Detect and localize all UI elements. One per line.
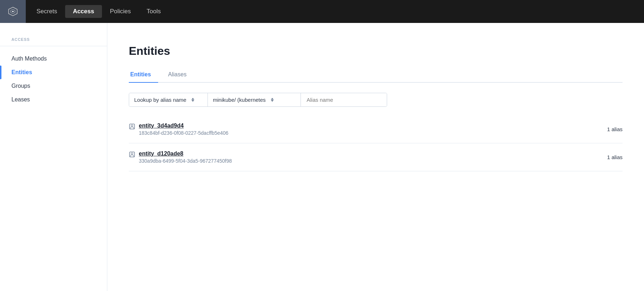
sidebar-item-label: Entities [11, 69, 32, 76]
entity-info: entity_d120ade8 330a9dba-6499-5f04-3da5-… [139, 151, 232, 164]
alias-name-input[interactable] [301, 93, 387, 106]
sidebar-item-label: Groups [11, 83, 30, 89]
entity-list: entity_3d4ad9d4 183c84bf-d236-0f08-0227-… [129, 115, 623, 171]
page-title: Entities [129, 44, 623, 58]
page-layout: ACCESS Auth Methods Entities Groups Leas… [0, 23, 644, 291]
svg-point-4 [131, 125, 133, 127]
sidebar-item-auth-methods[interactable]: Auth Methods [0, 52, 107, 66]
entity-row-left: entity_d120ade8 330a9dba-6499-5f04-3da5-… [129, 151, 232, 164]
sidebar-item-groups[interactable]: Groups [0, 79, 107, 93]
svg-marker-2 [12, 11, 14, 12]
nav-items: Secrets Access Policies Tools [29, 5, 169, 18]
table-row: entity_3d4ad9d4 183c84bf-d236-0f08-0227-… [129, 115, 623, 143]
svg-point-6 [131, 153, 133, 155]
lookup-type-label: Lookup by alias name [134, 97, 186, 103]
tab-bar: Entities Aliases [129, 68, 623, 83]
chevron-down-icon [191, 100, 194, 102]
entity-alias-count: 1 alias [607, 126, 623, 132]
sidebar-item-label: Auth Methods [11, 56, 47, 62]
sidebar-item-leases[interactable]: Leases [0, 93, 107, 106]
filter-bar: Lookup by alias name minikube/ (kubernet… [129, 93, 387, 107]
chevron-down-icon [271, 100, 274, 102]
entity-alias-count: 1 alias [607, 154, 623, 160]
sidebar-section-label: ACCESS [0, 37, 107, 46]
sidebar-divider [0, 46, 107, 46]
tab-entities[interactable]: Entities [129, 68, 158, 82]
entity-row-left: entity_3d4ad9d4 183c84bf-d236-0f08-0227-… [129, 123, 228, 136]
entity-id: 183c84bf-d236-0f08-0227-5dacffb5e406 [139, 130, 228, 136]
nav-secrets[interactable]: Secrets [29, 5, 65, 18]
nav-access[interactable]: Access [65, 5, 102, 18]
sidebar-item-entities[interactable]: Entities [0, 66, 107, 79]
table-row: entity_d120ade8 330a9dba-6499-5f04-3da5-… [129, 143, 623, 171]
chevron-up-icon [271, 98, 274, 100]
entity-name-link[interactable]: entity_d120ade8 [139, 151, 232, 157]
nav-policies[interactable]: Policies [102, 5, 139, 18]
lookup-type-chevron [191, 98, 194, 102]
entity-icon [129, 123, 135, 131]
main-content: Entities Entities Aliases Lookup by alia… [107, 23, 644, 291]
active-indicator [0, 66, 1, 79]
tab-aliases[interactable]: Aliases [167, 68, 194, 82]
entity-info: entity_3d4ad9d4 183c84bf-d236-0f08-0227-… [139, 123, 228, 136]
lookup-type-select[interactable]: Lookup by alias name [129, 93, 208, 106]
chevron-up-icon [191, 98, 194, 100]
top-navigation: Secrets Access Policies Tools [0, 0, 644, 23]
sidebar-item-label: Leases [11, 96, 30, 103]
entity-icon [129, 151, 135, 159]
vault-logo[interactable] [0, 0, 26, 23]
mount-chevron [271, 98, 274, 102]
nav-tools[interactable]: Tools [139, 5, 169, 18]
entity-name-link[interactable]: entity_3d4ad9d4 [139, 123, 228, 129]
sidebar: ACCESS Auth Methods Entities Groups Leas… [0, 23, 107, 291]
mount-select[interactable]: minikube/ (kubernetes [208, 93, 301, 106]
mount-label: minikube/ (kubernetes [213, 97, 266, 103]
entity-id: 330a9dba-6499-5f04-3da5-967277450f98 [139, 158, 232, 164]
